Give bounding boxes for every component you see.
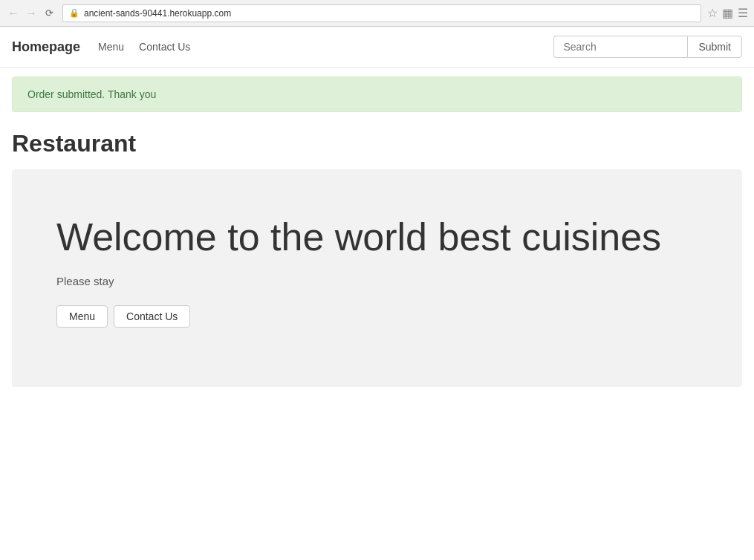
nav-link-menu[interactable]: Menu [98, 41, 124, 53]
main-content: Restaurant Welcome to the world best cui… [0, 112, 754, 405]
browser-chrome: ← → ⟳ 🔒 ancient-sands-90441.herokuapp.co… [0, 0, 754, 27]
navbar-brand[interactable]: Homepage [12, 39, 80, 55]
menu-icon[interactable]: ☰ [738, 6, 748, 20]
browser-actions: ☆ ▦ ☰ [707, 6, 748, 20]
back-button[interactable]: ← [6, 6, 21, 21]
alert-message: Order submitted. Thank you [27, 88, 156, 100]
forward-button[interactable]: → [24, 6, 39, 21]
url-text: ancient-sands-90441.herokuapp.com [84, 8, 231, 19]
hero-contact-button[interactable]: Contact Us [114, 305, 190, 328]
hero-section: Welcome to the world best cuisines Pleas… [12, 169, 742, 387]
extension-icon[interactable]: ▦ [722, 6, 733, 20]
hero-menu-button[interactable]: Menu [56, 305, 108, 328]
bookmark-icon[interactable]: ☆ [707, 6, 718, 20]
hero-buttons: Menu Contact Us [56, 305, 698, 328]
reload-button[interactable]: ⟳ [42, 6, 56, 21]
address-bar[interactable]: 🔒 ancient-sands-90441.herokuapp.com [62, 4, 701, 22]
search-input[interactable] [553, 36, 687, 58]
hero-subtext: Please stay [56, 275, 698, 287]
navbar-links: Menu Contact Us [98, 41, 190, 53]
browser-nav-buttons: ← → ⟳ [6, 6, 56, 21]
page-title: Restaurant [12, 130, 742, 157]
navbar-search: Submit [553, 36, 742, 58]
hero-heading: Welcome to the world best cuisines [56, 214, 698, 260]
navbar: Homepage Menu Contact Us Submit [0, 27, 754, 68]
nav-link-contact[interactable]: Contact Us [139, 41, 190, 53]
alert-success: Order submitted. Thank you [12, 76, 742, 112]
lock-icon: 🔒 [69, 8, 79, 18]
search-submit-button[interactable]: Submit [687, 36, 742, 58]
